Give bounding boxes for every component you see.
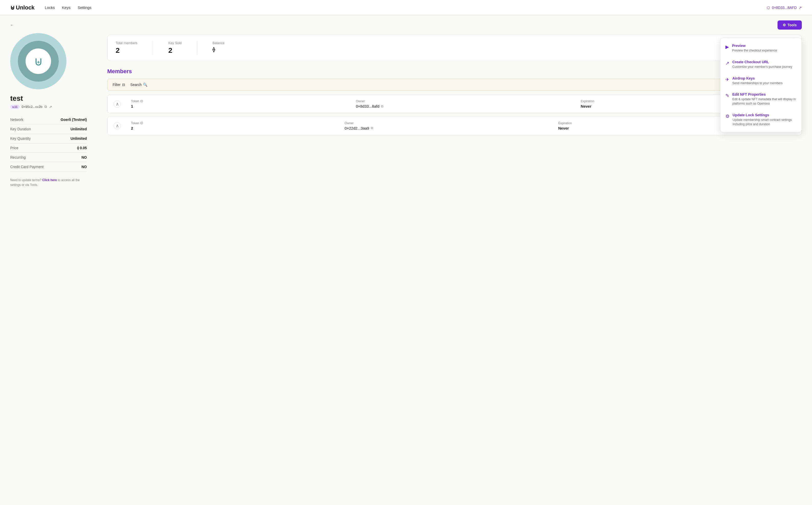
filter-bar: Filter ⊟ Search 🔍 [107,79,802,91]
dropdown-item-title: Update Lock Settings [732,113,796,117]
update-terms-prefix: Need to update terms? [10,178,41,182]
dropdown-item-desc: Preview the checkout experience [732,48,777,53]
stats-card: Total members 2 Key Sold 2 Balance ⟠ [107,35,802,61]
member-expand-button[interactable]: ∧ [114,122,121,129]
info-row: Price⟠0.05 [10,143,87,153]
token-id-value: 1 [131,104,346,109]
content-header: ⚙ Tools [107,20,802,30]
info-row-value: Unlimited [53,125,87,134]
members-title: Members [107,68,802,75]
external-address-link[interactable]: ↗ [49,105,52,109]
total-members-label: Total members [116,41,137,45]
member-row: ∧ Token ID 1 Owner 0×8d33...8afd ⧉ Expir… [107,95,802,113]
key-sold-label: Key Sold [168,41,182,45]
member-row: ∧ Token ID 2 Owner 0×22d2...3aa9 ⧉ Expir… [107,116,802,135]
member-token-id-field: Token ID 1 [131,100,346,109]
dropdown-item-text: Edit NFT Properties Edit & update NFT me… [732,92,796,106]
info-row-label: Price [10,143,53,153]
back-arrow-icon: ← [10,23,14,27]
member-token-id-field: Token ID 2 [131,121,335,130]
member-owner-field: Owner 0×8d33...8afd ⧉ [356,100,571,109]
dropdown-item-text: Preview Preview the checkout experience [732,44,777,53]
wallet-address-text: 0×8D33...8AFD [772,6,797,10]
lock-avatar: ⊎ [10,33,67,89]
nav-keys[interactable]: Keys [62,5,71,10]
info-row: NetworkGoerli (Testnet) [10,115,87,125]
copy-owner-button[interactable]: ⧉ [381,104,383,109]
dropdown-item-desc: Edit & update NFT metadata that will dis… [732,97,796,106]
dropdown-item-text: Airdrop Keys Send memberships to your me… [732,76,783,86]
tools-label: Tools [788,23,797,27]
filter-button[interactable]: Filter ⊟ [113,82,125,87]
sidebar: ← ⊎ test v.11 0×95c2...cc2b ⧉ ↗ NetworkG… [0,15,97,505]
token-id-label: Token ID [131,100,346,103]
dropdown-item-create-checkout-url[interactable]: ↗ Create Checkout URL Customize your mem… [720,56,802,73]
info-row-label: Recurring [10,153,53,162]
member-expand-button[interactable]: ∧ [114,101,121,108]
stat-balance: Balance ⟠ [213,41,224,54]
lock-address-text: 0×95c2...cc2b [22,105,42,109]
token-id-label: Token ID [131,121,335,125]
owner-label: Owner [345,121,548,125]
info-row: Credit Card PaymentNO [10,162,87,172]
search-label: Search [130,82,141,87]
info-row-value: Goerli (Testnet) [53,115,87,124]
info-row-label: Key Duration [10,125,53,134]
update-terms: Need to update terms? Click here to acce… [10,178,87,187]
owner-value: 0×8d33...8afd ⧉ [356,104,571,109]
copy-address-button[interactable]: ⧉ [44,105,47,109]
dropdown-item-title: Airdrop Keys [732,76,783,80]
navbar: ⊎ Unlock Locks Keys Settings ⬡ 0×8D33...… [0,0,812,15]
info-row-label: Key Quantity [10,134,53,143]
dropdown-item-preview[interactable]: ▶ Preview Preview the checkout experienc… [720,40,802,56]
dropdown-icon: ▶ [725,44,729,50]
info-row-value: NO [53,153,87,162]
stat-divider-1 [153,41,153,54]
nav-settings[interactable]: Settings [78,5,91,10]
eth-icon: ⟠ [213,46,215,52]
lock-address-row: v.11 0×95c2...cc2b ⧉ ↗ [10,105,87,109]
version-badge: v.11 [10,105,20,109]
dropdown-item-desc: Update membership smart contract setting… [732,118,796,127]
info-row: RecurringNO [10,153,87,162]
dropdown-item-title: Create Checkout URL [732,60,792,64]
wallet-address[interactable]: ⬡ 0×8D33...8AFD ↗ [767,6,802,10]
search-button[interactable]: Search 🔍 [130,82,147,87]
dropdown-item-text: Update Lock Settings Update membership s… [732,113,796,127]
copy-owner-button[interactable]: ⧉ [371,126,373,130]
lock-icon: ⊎ [34,54,43,68]
dropdown-item-edit-nft-properties[interactable]: ✎ Edit NFT Properties Edit & update NFT … [720,89,802,110]
filter-label: Filter [113,82,121,87]
info-row: Key QuantityUnlimited [10,134,87,143]
dropdown-icon: ⚙ [725,114,729,119]
balance-label: Balance [213,41,224,45]
external-link-icon: ↗ [799,6,802,10]
info-table: NetworkGoerli (Testnet)Key DurationUnlim… [10,115,87,172]
info-row-label: Credit Card Payment [10,162,53,172]
info-row-value: Unlimited [53,134,87,143]
info-row-value: ⟠0.05 [53,143,87,153]
balance-value: ⟠ [213,46,224,52]
dropdown-item-airdrop-keys[interactable]: ✈ Airdrop Keys Send memberships to your … [720,73,802,89]
info-row: Key DurationUnlimited [10,125,87,134]
click-here-link[interactable]: Click here [42,178,57,182]
lock-name: test [10,95,87,103]
dropdown-item-title: Preview [732,44,777,48]
member-owner-field: Owner 0×22d2...3aa9 ⧉ [345,121,548,130]
logo-icon: ⊎ [10,4,15,11]
nav-locks[interactable]: Locks [45,5,54,10]
content-area: ⚙ Tools Total members 2 Key Sold 2 Balan… [97,15,812,505]
dropdown-item-desc: Send memberships to your members [732,81,783,86]
search-icon: 🔍 [143,82,147,87]
info-row-value: NO [53,162,87,171]
dropdown-icon: ↗ [725,60,729,66]
back-button[interactable]: ← [10,23,87,27]
tools-button[interactable]: ⚙ Tools [778,20,802,30]
dropdown-item-title: Edit NFT Properties [732,92,796,97]
dropdown-item-update-lock-settings[interactable]: ⚙ Update Lock Settings Update membership… [720,110,802,130]
dropdown-item-desc: Customize your member's purchase journey [732,65,792,69]
avatar-inner: ⊎ [25,48,51,74]
stat-divider-2 [197,41,197,54]
tools-icon: ⚙ [783,23,786,27]
owner-label: Owner [356,100,571,103]
